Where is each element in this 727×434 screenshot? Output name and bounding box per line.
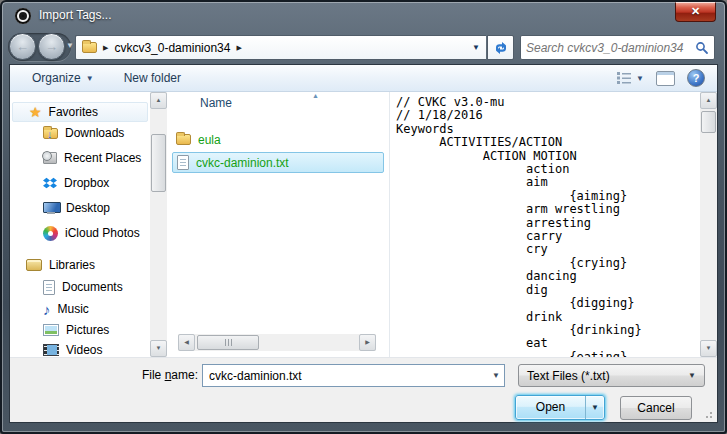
column-header-name[interactable]: Name <box>200 96 232 110</box>
sidebar-group-favorites[interactable]: ★ Favorites <box>12 102 148 122</box>
organize-menu-button[interactable]: Organize ▼ <box>24 71 102 85</box>
file-name-input[interactable] <box>203 369 488 383</box>
import-tags-dialog: Import Tags... ✕ ← → ▼ ▶ cvkcv3_0-damini… <box>0 0 727 434</box>
change-view-button[interactable]: ▼ <box>617 72 644 84</box>
forward-button[interactable]: → <box>38 33 65 60</box>
folder-icon <box>176 134 191 145</box>
resize-grip[interactable] <box>703 409 713 419</box>
scroll-right-arrow[interactable]: ▶ <box>359 334 376 351</box>
chevron-down-icon: ▼ <box>636 74 644 83</box>
dropbox-icon <box>43 177 57 190</box>
breadcrumb[interactable]: ▶ cvkcv3_0-daminion34 ▶ ▼ <box>75 35 486 60</box>
refresh-button[interactable] <box>487 35 514 60</box>
preview-scrollbar[interactable]: ▲ ▼ <box>700 92 717 357</box>
new-folder-button[interactable]: New folder <box>116 71 189 85</box>
scroll-up-arrow[interactable]: ▲ <box>150 92 167 109</box>
scrollbar-thumb[interactable] <box>151 134 166 192</box>
sidebar-scrollbar[interactable]: ▲ ▼ <box>150 92 167 357</box>
chevron-down-icon: ▼ <box>86 74 94 83</box>
scroll-left-arrow[interactable]: ◀ <box>178 334 195 351</box>
recent-places-icon <box>43 152 57 164</box>
file-name-label: File name: <box>70 368 198 382</box>
sidebar-item-documents[interactable]: Documents <box>10 277 150 297</box>
chevron-down-icon[interactable]: ▼ <box>488 371 504 380</box>
recent-pages-dropdown[interactable]: ▼ <box>66 41 74 50</box>
preview-pane-toggle-button[interactable] <box>656 71 675 86</box>
back-button[interactable]: ← <box>9 33 36 60</box>
sort-ascending-icon[interactable]: ▲ <box>312 92 319 99</box>
breadcrumb-item[interactable]: cvkcv3_0-daminion34 <box>114 41 230 55</box>
dialog-client-area: Organize ▼ New folder ▼ ? <box>9 64 718 423</box>
videos-film-icon <box>43 344 59 356</box>
title-bar[interactable]: Import Tags... ✕ <box>2 2 725 30</box>
preview-pane: // CVKC v3.0-mu // 1/18/2016 Keywords AC… <box>391 92 700 357</box>
sidebar-item-downloads[interactable]: ↓ Downloads <box>10 123 150 143</box>
favorites-star-icon: ★ <box>29 105 42 119</box>
libraries-icon <box>26 259 42 271</box>
scroll-up-arrow[interactable]: ▲ <box>700 92 717 109</box>
search-box[interactable] <box>520 35 715 60</box>
downloads-folder-icon: ↓ <box>43 128 58 139</box>
column-header-row: Name ▲ <box>168 92 388 114</box>
sidebar-item-pictures[interactable]: Pictures <box>10 320 150 340</box>
music-note-icon: ♪ <box>43 302 51 317</box>
pane-divider <box>389 92 390 357</box>
sidebar-item-dropbox[interactable]: Dropbox <box>10 173 150 193</box>
file-name-combobox[interactable]: ▼ <box>202 364 505 387</box>
sidebar-item-music[interactable]: ♪ Music <box>10 299 150 319</box>
desktop-monitor-icon <box>43 202 59 214</box>
chevron-down-icon: ▼ <box>688 371 696 380</box>
breadcrumb-separator-icon: ▶ <box>103 44 108 52</box>
file-list-horizontal-scrollbar[interactable]: ◀ ▶ <box>178 334 376 351</box>
search-input[interactable] <box>526 41 695 55</box>
dialog-footer: File name: ▼ Text Files (*.txt) ▼ Open ▼… <box>10 357 717 422</box>
browse-area: ★ Favorites ↓ Downloads Recent Places <box>10 92 717 357</box>
file-list: Name ▲ eula cvkc-daminion.txt ◀ ▶ <box>168 92 388 357</box>
window-title: Import Tags... <box>39 8 111 22</box>
breadcrumb-history-caret-icon[interactable]: ▼ <box>472 43 480 52</box>
search-icon <box>695 41 709 55</box>
scrollbar-thumb[interactable] <box>701 111 716 133</box>
refresh-icon <box>493 41 509 55</box>
open-button[interactable]: Open <box>516 396 585 419</box>
sidebar-item-desktop[interactable]: Desktop <box>10 198 150 218</box>
cancel-button[interactable]: Cancel <box>620 396 692 420</box>
text-file-icon <box>177 155 189 170</box>
open-dropdown-arrow[interactable]: ▼ <box>585 396 604 419</box>
views-list-icon <box>617 72 632 84</box>
file-type-select[interactable]: Text Files (*.txt) ▼ <box>518 364 705 387</box>
file-row-cvkc-daminion[interactable]: cvkc-daminion.txt <box>172 152 384 173</box>
breadcrumb-separator-icon[interactable]: ▶ <box>236 44 241 52</box>
scroll-down-arrow[interactable]: ▼ <box>150 340 167 357</box>
sidebar-item-recent-places[interactable]: Recent Places <box>10 148 150 168</box>
sidebar-item-icloud-photos[interactable]: iCloud Photos <box>10 223 150 243</box>
app-icon <box>15 8 31 24</box>
sidebar-item-videos[interactable]: Videos <box>10 340 150 357</box>
sidebar-group-libraries[interactable]: Libraries <box>10 255 150 275</box>
pictures-image-icon <box>43 324 59 336</box>
folder-icon <box>82 42 97 53</box>
close-button[interactable]: ✕ <box>675 2 716 22</box>
scrollbar-thumb[interactable] <box>197 335 259 350</box>
file-row-eula[interactable]: eula <box>172 129 384 150</box>
help-button[interactable]: ? <box>687 69 705 87</box>
documents-page-icon <box>43 280 55 295</box>
icloud-photos-pinwheel-icon <box>43 226 58 241</box>
command-toolbar: Organize ▼ New folder ▼ ? <box>10 65 717 92</box>
navigation-sidebar: ★ Favorites ↓ Downloads Recent Places <box>10 92 150 357</box>
preview-text: // CVKC v3.0-mu // 1/18/2016 Keywords AC… <box>396 96 642 357</box>
scroll-down-arrow[interactable]: ▼ <box>700 340 717 357</box>
open-split-button[interactable]: Open ▼ <box>515 395 605 420</box>
